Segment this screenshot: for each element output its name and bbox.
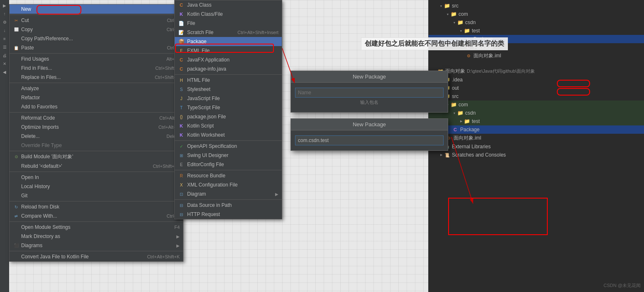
menu-item-open-in[interactable]: Open In ▶: [10, 173, 183, 182]
submenu-javafx[interactable]: C JavaFX Application: [175, 55, 282, 64]
menu-item-new[interactable]: New ▶: [10, 5, 183, 14]
submenu-xml-config-label: XML Configuration File: [187, 182, 278, 188]
submenu-file[interactable]: 📄 File: [175, 19, 282, 28]
tree-com-top[interactable]: 📁 com: [429, 10, 644, 18]
menu-item-local-history-label: Local History: [21, 184, 175, 189]
submenu-scratch-file[interactable]: 📝 Scratch File Ctrl+Alt+Shift+Insert: [175, 28, 282, 37]
sidebar-btn-2[interactable]: ↑: [1, 10, 8, 17]
submenu-javafx-label: JavaFX Application: [187, 57, 278, 63]
tree-test-top[interactable]: 📁 test: [429, 27, 644, 35]
package-icon: 📦: [178, 38, 185, 45]
separator-6: [10, 172, 183, 172]
menu-item-replace[interactable]: Replace in Files... Ctrl+Shift+R: [10, 73, 183, 82]
submenu-package[interactable]: 📦 Package: [175, 37, 282, 46]
tree-ext-libs[interactable]: 📚 External Libraries: [429, 142, 644, 151]
submenu-html-label: HTML File: [187, 77, 278, 83]
menu-item-favorites[interactable]: Add to Favorites ▶: [10, 102, 183, 111]
menu-item-local-history[interactable]: Local History ▶: [10, 182, 183, 191]
menu-item-find-files[interactable]: Find in Files... Ctrl+Shift+F: [10, 64, 183, 73]
separator-8: [10, 221, 183, 222]
menu-item-delete[interactable]: Delete... Delete: [10, 132, 183, 141]
tree-test-bottom[interactable]: 📁 test: [429, 117, 644, 125]
submenu-js[interactable]: J JavaScript File: [175, 94, 282, 103]
menu-item-git[interactable]: Git ▶: [10, 191, 183, 200]
submenu-pkg-json[interactable]: {} package.json File: [175, 112, 282, 121]
sidebar-btn-6[interactable]: ☰: [1, 43, 8, 51]
tree-src-bottom[interactable]: 📁 src: [429, 92, 644, 101]
submenu-css[interactable]: S Stylesheet: [175, 85, 282, 94]
submenu-kotlin-script[interactable]: K Kotlin Script: [175, 121, 282, 130]
submenu-pkg-info[interactable]: C package-info.java: [175, 64, 282, 74]
sidebar-btn-9[interactable]: ◀: [1, 68, 8, 76]
tree-scratches[interactable]: 📜 Scratches and Consoles: [429, 151, 644, 159]
sidebar-btn-3[interactable]: ⚙: [1, 18, 8, 26]
menu-item-compare-label: Compare With...: [21, 213, 159, 219]
menu-item-module-settings[interactable]: Open Module Settings F4: [10, 223, 183, 232]
dialog1-input[interactable]: [295, 88, 444, 98]
sidebar-btn-1[interactable]: ▶: [1, 2, 8, 9]
submenu-package-label: Package: [187, 39, 278, 44]
module-settings-shortcut: F4: [174, 225, 180, 230]
submenu-diagram[interactable]: ⊡ Diagram ▶: [175, 189, 282, 199]
submenu-sep-4: [175, 199, 282, 200]
tree-idea-label: .idea: [452, 77, 463, 83]
menu-item-diagrams[interactable]: ⬛ Diagrams ▶: [10, 241, 183, 250]
dialog2-body: [291, 130, 448, 150]
submenu-resource-bundle[interactable]: R Resource Bundle: [175, 171, 282, 180]
submenu-resource-bundle-label: Resource Bundle: [187, 173, 278, 179]
menu-item-mark-dir[interactable]: Mark Directory as ▶: [10, 232, 183, 241]
submenu-editorconfig[interactable]: E EditorConfig File: [175, 160, 282, 169]
submenu-ts[interactable]: T TypeScript File: [175, 103, 282, 112]
tree-iml-top[interactable]: ⚙ 面向对象.iml: [429, 52, 644, 60]
sidebar-btn-5[interactable]: ≡: [1, 35, 8, 42]
sidebar-btn-8[interactable]: ✕: [1, 60, 8, 67]
menu-item-build[interactable]: ⚙ Build Module '面向对象': [10, 152, 183, 162]
menu-item-copy[interactable]: ⬜ Copy Ctrl+C: [10, 25, 183, 34]
sidebar-btn-7[interactable]: 🖨: [1, 52, 8, 59]
tree-com-bottom[interactable]: 📁 com: [429, 101, 644, 109]
tree-iml-top-icon: ⚙: [465, 53, 472, 59]
tree-csdn-top[interactable]: 📁 csdn: [429, 18, 644, 27]
convert-icon: [13, 253, 20, 260]
submenu-xml-config[interactable]: X XML Configuration File: [175, 180, 282, 189]
menu-item-cut[interactable]: ✂ Cut Ctrl+X: [10, 16, 183, 25]
menu-item-refactor[interactable]: Refactor ▶: [10, 93, 183, 102]
menu-item-convert[interactable]: Convert Java File to Kotlin File Ctrl+Al…: [10, 252, 183, 261]
tree-out[interactable]: 📁 out: [429, 84, 644, 92]
submenu-css-label: Stylesheet: [187, 86, 278, 92]
dialog2-input[interactable]: [295, 135, 444, 145]
tree-idea[interactable]: 📁 .idea: [429, 76, 644, 84]
submenu-kotlin-class[interactable]: K Kotlin Class/File: [175, 10, 282, 19]
menu-item-reformat[interactable]: Reformat Code Ctrl+Alt+L: [10, 113, 183, 123]
compare-icon: ⇄: [13, 213, 20, 219]
submenu-html[interactable]: H HTML File: [175, 76, 282, 85]
tree-csdn-bottom[interactable]: 📁 csdn: [429, 109, 644, 117]
menu-item-compare[interactable]: ⇄ Compare With... Ctrl+D: [10, 211, 183, 221]
menu-item-reload[interactable]: ↻ Reload from Disk: [10, 202, 183, 211]
new-submenu: C Java Class K Kotlin Class/File 📄 File …: [174, 0, 282, 219]
menu-item-rebuild[interactable]: Rebuild '<default>' Ctrl+Shift+F9: [10, 162, 183, 171]
menu-item-paste[interactable]: 📋 Paste Ctrl+V: [10, 43, 183, 52]
submenu-data-source[interactable]: ⊟ Data Source in Path: [175, 201, 282, 210]
submenu-fxml[interactable]: F FXML File: [175, 46, 282, 55]
build-icon: ⚙: [13, 154, 20, 160]
submenu-sep-3: [175, 170, 282, 170]
convert-shortcut: Ctrl+Alt+Shift+K: [147, 254, 180, 259]
tree-root[interactable]: 📁 面向对象 D:\gtee\Java代码\github\面向对象: [429, 67, 644, 76]
local-history-icon: [13, 183, 20, 190]
submenu-kotlin-ws[interactable]: K Kotlin Worksheet: [175, 130, 282, 140]
submenu-http[interactable]: ⊟ HTTP Request: [175, 210, 282, 219]
menu-item-optimize[interactable]: Optimize Imports Ctrl+Alt+O: [10, 123, 183, 132]
sidebar-btn-4[interactable]: ↓: [1, 27, 8, 34]
menu-item-find-usages[interactable]: Find Usages Alt+F7: [10, 54, 183, 64]
menu-item-analyze[interactable]: Analyze ▶: [10, 84, 183, 93]
submenu-swing[interactable]: ⊞ Swing UI Designer: [175, 151, 282, 160]
tree-package-bottom[interactable]: C Package: [429, 125, 644, 134]
tree-src-top[interactable]: 📁 src: [429, 2, 644, 10]
submenu-java-class[interactable]: C Java Class: [175, 0, 282, 10]
dialog1-hint: 输入包名: [295, 98, 444, 107]
menu-item-copy-path[interactable]: Copy Path/Reference... ▶: [10, 34, 183, 43]
copy-icon: ⬜: [13, 26, 20, 33]
submenu-openapi[interactable]: ✓ OpenAPI Specification: [175, 142, 282, 151]
tree-iml-bottom[interactable]: ⚙ 面向对象.iml: [429, 134, 644, 142]
